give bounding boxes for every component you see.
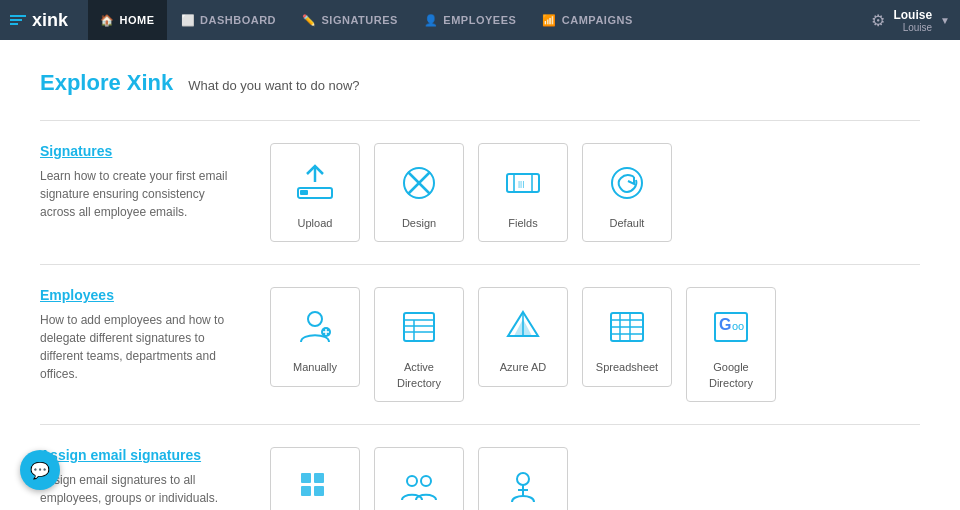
svg-text:|||: ||| xyxy=(518,179,524,188)
brand[interactable]: xink xyxy=(10,10,68,31)
upload-icon xyxy=(292,160,338,206)
section-employees: Employees How to add employees and how t… xyxy=(40,264,920,424)
user-name: Louise xyxy=(893,8,932,22)
nav-dashboard[interactable]: ⬜ DASHBOARD xyxy=(169,0,289,40)
svg-rect-35 xyxy=(314,486,324,496)
section-items-signatures: Upload Design xyxy=(270,143,672,242)
nav-dashboard-label: DASHBOARD xyxy=(200,14,276,26)
section-title-assign[interactable]: Assign email signatures xyxy=(40,447,240,463)
google-directory-icon: G oo xyxy=(708,304,754,350)
section-assign: Assign email signatures Assign email sig… xyxy=(40,424,920,510)
home-icon: 🏠 xyxy=(100,14,115,27)
nav-signatures[interactable]: ✏️ SIGNATURES xyxy=(290,0,410,40)
card-fields-label: Fields xyxy=(508,216,537,231)
individuals-icon xyxy=(500,464,546,510)
card-active-directory-label: Active Directory xyxy=(385,360,453,391)
card-active-directory[interactable]: Active Directory xyxy=(374,287,464,402)
spreadsheet-icon xyxy=(604,304,650,350)
card-spreadsheet[interactable]: Spreadsheet xyxy=(582,287,672,386)
nav-campaigns-label: CAMPAIGNS xyxy=(562,14,633,26)
page-subtitle: What do you want to do now? xyxy=(188,78,359,93)
svg-rect-34 xyxy=(301,486,311,496)
svg-rect-33 xyxy=(314,473,324,483)
section-signatures: Signatures Learn how to create your firs… xyxy=(40,120,920,264)
fields-icon: ||| xyxy=(500,160,546,206)
company-icon xyxy=(292,464,338,510)
card-default[interactable]: Default xyxy=(582,143,672,242)
brand-name: xink xyxy=(32,10,68,31)
design-icon xyxy=(396,160,442,206)
card-upload[interactable]: Upload xyxy=(270,143,360,242)
groups-icon xyxy=(396,464,442,510)
card-manually[interactable]: Manually xyxy=(270,287,360,386)
section-info-assign: Assign email signatures Assign email sig… xyxy=(40,447,240,510)
section-title-employees[interactable]: Employees xyxy=(40,287,240,303)
card-fields[interactable]: ||| Fields xyxy=(478,143,568,242)
section-items-assign: Company Groups xyxy=(270,447,568,510)
chat-icon: 💬 xyxy=(30,461,50,480)
settings-icon[interactable]: ⚙ xyxy=(871,11,885,30)
user-info[interactable]: Louise Louise xyxy=(893,8,932,33)
svg-point-10 xyxy=(612,168,642,198)
svg-point-11 xyxy=(308,312,322,326)
card-azure-ad-label: Azure AD xyxy=(500,360,546,375)
card-manually-label: Manually xyxy=(293,360,337,375)
default-icon xyxy=(604,160,650,206)
page-title: Explore Xink xyxy=(40,70,173,96)
active-directory-icon xyxy=(396,304,442,350)
signatures-icon: ✏️ xyxy=(302,14,317,27)
card-google-directory[interactable]: G oo Google Directory xyxy=(686,287,776,402)
dashboard-icon: ⬜ xyxy=(181,14,196,27)
card-upload-label: Upload xyxy=(298,216,333,231)
svg-point-38 xyxy=(517,473,529,485)
page-header: Explore Xink What do you want to do now? xyxy=(40,70,920,96)
nav-employees-label: EMPLOYEES xyxy=(443,14,516,26)
navbar: xink 🏠 HOME ⬜ DASHBOARD ✏️ SIGNATURES 👤 … xyxy=(0,0,960,40)
manually-icon xyxy=(292,304,338,350)
main-content: Explore Xink What do you want to do now?… xyxy=(0,40,960,510)
user-sub: Louise xyxy=(903,22,932,33)
chat-bubble[interactable]: 💬 xyxy=(20,450,60,490)
employees-icon: 👤 xyxy=(424,14,439,27)
section-items-employees: Manually Active Directory xyxy=(270,287,776,402)
card-default-label: Default xyxy=(610,216,645,231)
card-company[interactable]: Company xyxy=(270,447,360,510)
card-design-label: Design xyxy=(402,216,436,231)
nav-links: 🏠 HOME ⬜ DASHBOARD ✏️ SIGNATURES 👤 EMPLO… xyxy=(88,0,645,40)
nav-signatures-label: SIGNATURES xyxy=(322,14,398,26)
card-individuals[interactable]: Individuals xyxy=(478,447,568,510)
nav-employees[interactable]: 👤 EMPLOYEES xyxy=(412,0,528,40)
svg-point-36 xyxy=(407,476,417,486)
svg-rect-2 xyxy=(300,190,308,195)
svg-text:G: G xyxy=(719,316,731,333)
section-desc-employees: How to add employees and how to delegate… xyxy=(40,311,240,383)
nav-home[interactable]: 🏠 HOME xyxy=(88,0,167,40)
campaigns-icon: 📶 xyxy=(542,14,557,27)
navbar-left: xink 🏠 HOME ⬜ DASHBOARD ✏️ SIGNATURES 👤 … xyxy=(10,0,645,40)
svg-text:oo: oo xyxy=(732,320,744,332)
section-title-signatures[interactable]: Signatures xyxy=(40,143,240,159)
brand-icon xyxy=(10,15,26,25)
nav-campaigns[interactable]: 📶 CAMPAIGNS xyxy=(530,0,644,40)
svg-rect-15 xyxy=(404,313,434,341)
svg-rect-32 xyxy=(301,473,311,483)
card-design[interactable]: Design xyxy=(374,143,464,242)
section-desc-signatures: Learn how to create your first email sig… xyxy=(40,167,240,221)
section-info-employees: Employees How to add employees and how t… xyxy=(40,287,240,402)
card-google-directory-label: Google Directory xyxy=(697,360,765,391)
svg-point-37 xyxy=(421,476,431,486)
section-info-signatures: Signatures Learn how to create your firs… xyxy=(40,143,240,242)
chevron-down-icon: ▼ xyxy=(940,15,950,26)
card-spreadsheet-label: Spreadsheet xyxy=(596,360,658,375)
card-groups[interactable]: Groups xyxy=(374,447,464,510)
azure-ad-icon xyxy=(500,304,546,350)
navbar-right: ⚙ Louise Louise ▼ xyxy=(871,8,950,33)
section-desc-assign: Assign email signatures to all employees… xyxy=(40,471,240,507)
card-azure-ad[interactable]: Azure AD xyxy=(478,287,568,386)
nav-home-label: HOME xyxy=(120,14,155,26)
